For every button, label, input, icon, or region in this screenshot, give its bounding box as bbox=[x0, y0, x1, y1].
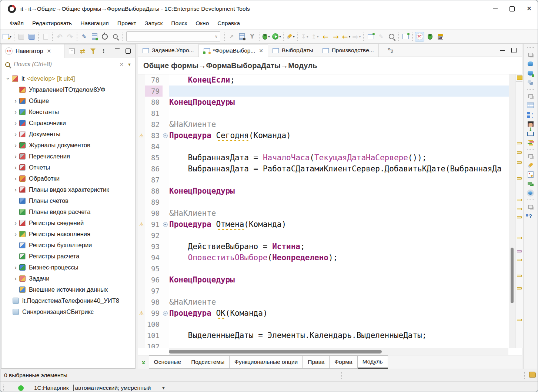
toolbar-combo[interactable]: ∨ bbox=[126, 31, 220, 41]
code-line-text[interactable]: ВыделенныеДаты = Элементы.Календарь.Выде… bbox=[169, 330, 509, 341]
link-with-editor-button[interactable]: ⇄ bbox=[80, 47, 85, 55]
chevron-right-icon[interactable]: › bbox=[12, 231, 19, 237]
close-view-icon[interactable]: ✕ bbox=[47, 48, 51, 54]
warning-icon[interactable]: ⚠ bbox=[139, 222, 144, 227]
line-number[interactable]: 92 bbox=[145, 230, 163, 241]
ruler-warning-marker[interactable] bbox=[517, 216, 522, 218]
editor-tab[interactable]: Задание.Упро... bbox=[138, 44, 199, 57]
dropdown-arrow-icon[interactable]: ▾ bbox=[293, 35, 295, 38]
ruler-warning-marker[interactable] bbox=[517, 319, 522, 321]
toolbar-branch-button[interactable]: Y bbox=[247, 31, 257, 42]
compare-button[interactable] bbox=[526, 138, 535, 147]
code-line-text[interactable]: КонецПроцедуры bbox=[169, 185, 509, 197]
chevron-right-icon[interactable]: › bbox=[12, 264, 19, 271]
statusbar-drag-handle[interactable] bbox=[524, 372, 525, 379]
tree-item[interactable]: ›Бизнес-процессы bbox=[1, 262, 135, 273]
ruler-warning-marker[interactable] bbox=[517, 142, 522, 144]
code-line-text[interactable] bbox=[169, 108, 509, 119]
restore-view-button[interactable] bbox=[526, 50, 535, 59]
maximize-view-button[interactable] bbox=[126, 48, 131, 54]
toolbar-launch-button[interactable]: ▾ bbox=[286, 31, 295, 42]
hidden-tabs-button[interactable]: »2 bbox=[388, 44, 394, 57]
tree-item[interactable]: ›Отчеты bbox=[1, 162, 135, 173]
close-tab-icon[interactable]: ✕ bbox=[259, 48, 263, 54]
share-data-button[interactable] bbox=[526, 179, 535, 188]
chevron-right-icon[interactable]: › bbox=[12, 175, 19, 182]
toolbar-forward-button[interactable]: → bbox=[331, 31, 341, 42]
line-number[interactable]: 90 bbox=[145, 208, 163, 219]
ruler-warning-marker[interactable] bbox=[517, 287, 522, 289]
code-line-text[interactable]: ДействиеВыбрано = Истина; bbox=[169, 241, 509, 252]
chevron-right-icon[interactable]: › bbox=[12, 131, 19, 137]
outline-button[interactable] bbox=[526, 110, 535, 119]
toolbar-export-order-button[interactable]: ↥▾ bbox=[310, 31, 320, 42]
page-tab-Функциональные опции[interactable]: Функциональные опции bbox=[230, 355, 303, 369]
line-number[interactable]: 84 bbox=[145, 141, 163, 152]
restore-view-button[interactable] bbox=[526, 91, 535, 101]
toolbar-redo-button[interactable]: ↷ bbox=[65, 31, 75, 42]
line-number[interactable]: 85 bbox=[145, 152, 163, 163]
dropdown-arrow-icon[interactable]: ▾ bbox=[359, 35, 361, 38]
ruler-warning-marker[interactable] bbox=[517, 161, 522, 164]
ruler-warning-marker[interactable] bbox=[517, 151, 522, 154]
tree-item[interactable]: ›Журналы документов bbox=[1, 140, 135, 151]
close-button[interactable]: ✕ bbox=[521, 0, 538, 17]
line-number[interactable]: 83 bbox=[145, 130, 163, 141]
code-line-text[interactable] bbox=[169, 230, 509, 241]
form-settings-button[interactable] bbox=[526, 170, 535, 179]
toolbar-stopwatch-button[interactable] bbox=[100, 31, 110, 42]
toolbar-run-button[interactable]: ▾ bbox=[272, 31, 281, 42]
line-number[interactable]: 79 bbox=[145, 86, 163, 97]
table-button[interactable] bbox=[526, 101, 535, 110]
code-line-text[interactable]: Процедура Отмена(Команда) bbox=[169, 219, 509, 230]
code-line-text[interactable]: &НаКлиенте bbox=[169, 119, 509, 130]
toolbar-new-wizard-button[interactable]: ▾ bbox=[2, 31, 12, 42]
code-line-text[interactable] bbox=[169, 285, 509, 296]
code-line-text[interactable]: &НаКлиенте bbox=[169, 296, 509, 308]
minimize-view-button[interactable] bbox=[115, 48, 120, 54]
tree-item[interactable]: ›Документы bbox=[1, 128, 135, 140]
navigator-tab[interactable]: 1С Навигатор ✕ bbox=[1, 44, 64, 58]
tree-item[interactable]: Регистры расчета bbox=[1, 251, 135, 262]
line-number[interactable]: 87 bbox=[145, 174, 163, 185]
editor-tab[interactable]: ВыборДаты bbox=[268, 44, 318, 57]
chevron-right-icon[interactable]: › bbox=[12, 220, 19, 226]
line-number[interactable]: 95 bbox=[145, 263, 163, 274]
line-number[interactable]: 97 bbox=[145, 285, 163, 296]
code-line-text[interactable]: ВыбраннаяДата = РаботаСДатамиКлиентСерве… bbox=[169, 163, 509, 174]
minimize-editor-button[interactable] bbox=[500, 50, 505, 51]
line-number[interactable]: 88 bbox=[145, 185, 163, 197]
code-line-text[interactable] bbox=[169, 319, 509, 330]
tree-item[interactable]: Внешние источники данных bbox=[1, 284, 135, 295]
chevron-right-icon[interactable]: › bbox=[12, 164, 19, 171]
import-data-button[interactable] bbox=[526, 128, 535, 138]
tree-project-folder[interactable]: СинхронизацияСБитрикс bbox=[1, 306, 135, 317]
chevron-right-icon[interactable]: › bbox=[12, 109, 19, 115]
toolbar-save-button[interactable] bbox=[16, 31, 26, 42]
toolbar-perspective-git-button[interactable] bbox=[435, 31, 445, 42]
chevron-right-icon[interactable]: › bbox=[12, 142, 19, 148]
line-number[interactable]: 86 bbox=[145, 163, 163, 174]
line-number[interactable]: 82 bbox=[145, 119, 163, 130]
code-line-text[interactable] bbox=[169, 197, 509, 208]
dropdown-arrow-icon[interactable]: ▾ bbox=[268, 35, 270, 38]
database-circle-button[interactable] bbox=[526, 188, 535, 198]
toolbar-import-order-button[interactable]: ↧▾ bbox=[300, 31, 310, 42]
tree-item[interactable]: ›Регистры накопления bbox=[1, 228, 135, 239]
line-number[interactable]: 102 bbox=[145, 341, 163, 348]
assistant-dropdown-icon[interactable]: ▼ bbox=[161, 385, 166, 391]
toolbar-search-document-button[interactable] bbox=[110, 31, 120, 42]
code-line-text[interactable]: Процедура ОК(Команда) bbox=[169, 308, 509, 319]
dropdown-arrow-icon[interactable]: ▾ bbox=[317, 35, 319, 38]
combo-dropdown-icon[interactable]: ∨ bbox=[215, 34, 218, 39]
warning-icon[interactable]: ⚠ bbox=[139, 311, 144, 316]
toolbar-run-config-button[interactable] bbox=[90, 31, 99, 42]
database-button[interactable] bbox=[526, 59, 535, 68]
tree-item[interactable]: ›Планы видов характеристик bbox=[1, 184, 135, 195]
toolbar-test-profile-button[interactable] bbox=[237, 31, 247, 42]
vertical-scrollbar[interactable] bbox=[509, 74, 515, 348]
page-tab-Основные[interactable]: Основные bbox=[149, 355, 187, 369]
line-number[interactable]: 93 bbox=[145, 241, 163, 252]
toolbar-pin-button[interactable]: ✎ bbox=[79, 31, 89, 42]
launch-button[interactable] bbox=[526, 161, 535, 170]
